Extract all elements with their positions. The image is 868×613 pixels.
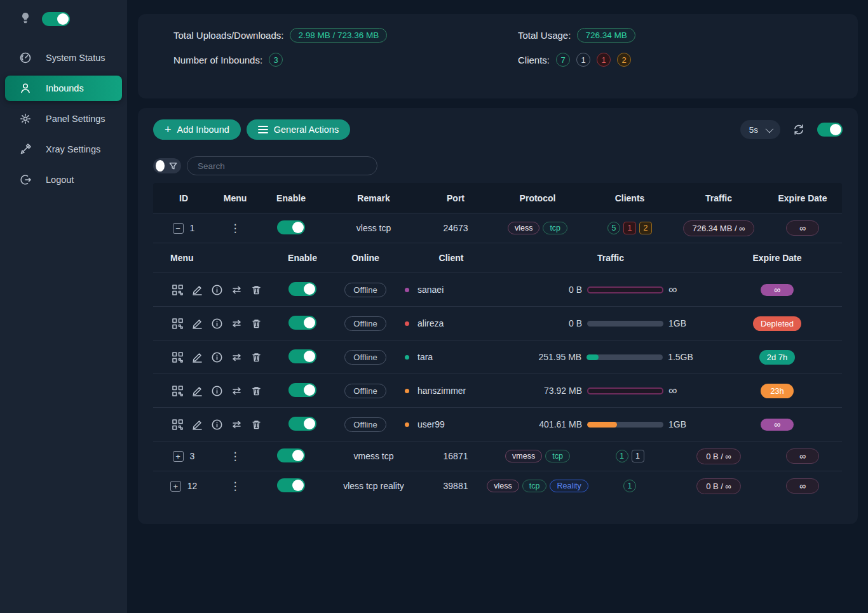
filter-toggle-knob	[156, 160, 165, 172]
reset-traffic-icon[interactable]	[229, 350, 243, 364]
refresh-icon[interactable]	[792, 123, 806, 137]
reset-traffic-icon[interactable]	[229, 283, 243, 297]
inbound-traffic-pill: 0 B / ∞	[696, 448, 741, 464]
protocol-badge: vmess	[505, 450, 542, 462]
client-row: Offline sanaei 0 B ∞ ∞	[153, 273, 842, 306]
clients-depleted-badge: 1	[597, 53, 611, 67]
table-row: − 1 ⋮ vless tcp 24673 vless tcp 5 1 2 72…	[153, 213, 842, 243]
sidebar-item-system-status[interactable]: System Status	[0, 45, 127, 71]
protocol-badge: tcp	[543, 222, 567, 234]
info-icon[interactable]	[210, 283, 224, 297]
delete-icon[interactable]	[249, 316, 263, 330]
client-enable-toggle[interactable]	[288, 282, 316, 296]
refresh-interval-select[interactable]: 5s	[740, 120, 780, 139]
sidebar-item-inbounds[interactable]: Inbounds	[5, 76, 122, 101]
inbound-port: 24673	[421, 223, 490, 233]
inbound-id: 3	[190, 451, 195, 461]
inbound-traffic-pill: 726.34 MB / ∞	[683, 220, 755, 236]
client-expire-badge: ∞	[761, 419, 794, 431]
client-enable-toggle[interactable]	[288, 349, 316, 363]
client-traffic-limit: ∞	[668, 286, 693, 293]
edit-icon[interactable]	[190, 384, 204, 398]
search-input[interactable]	[187, 156, 377, 175]
delete-icon[interactable]	[249, 384, 263, 398]
chevron-down-icon	[766, 125, 774, 133]
info-icon[interactable]	[210, 350, 224, 364]
col-header-menu: Menu	[214, 193, 256, 203]
client-traffic-limit: 1GB	[668, 318, 693, 328]
sub-col-menu: Menu	[153, 253, 268, 263]
plus-icon: +	[165, 124, 172, 135]
qr-code-icon[interactable]	[170, 350, 184, 364]
inbound-id: 12	[187, 481, 198, 491]
client-traffic-used: 251.95 MB	[528, 352, 581, 362]
client-enable-toggle[interactable]	[288, 417, 316, 431]
client-traffic-limit: ∞	[668, 387, 693, 394]
kebab-menu-icon[interactable]: ⋮	[230, 480, 241, 492]
expand-row-button[interactable]: +	[173, 451, 184, 462]
edit-icon[interactable]	[190, 417, 204, 431]
inbound-enable-toggle[interactable]	[277, 448, 305, 462]
client-name: alireza	[417, 318, 444, 328]
client-enable-toggle[interactable]	[288, 383, 316, 397]
client-traffic-bar	[587, 387, 663, 394]
kebab-menu-icon[interactable]: ⋮	[230, 450, 241, 462]
inbound-enable-toggle[interactable]	[277, 478, 305, 492]
protocol-badge: tcp	[522, 480, 547, 492]
client-color-dot	[405, 422, 409, 427]
sub-col-expire: Expire Date	[712, 253, 842, 263]
delete-icon[interactable]	[249, 350, 263, 364]
edit-icon[interactable]	[190, 316, 204, 330]
collapse-row-button[interactable]: −	[173, 223, 184, 234]
edit-icon[interactable]	[190, 350, 204, 364]
sidebar-item-label: Logout	[46, 175, 74, 185]
info-icon[interactable]	[210, 316, 224, 330]
info-icon[interactable]	[210, 384, 224, 398]
sub-col-client: Client	[393, 253, 509, 263]
delete-icon[interactable]	[249, 417, 263, 431]
kebab-menu-icon[interactable]: ⋮	[230, 222, 241, 234]
filter-toggle[interactable]	[153, 158, 181, 173]
inbound-remark: vless tcp	[326, 223, 421, 233]
client-row: Offline tara 251.95 MB 1.5GB 2d 7h	[153, 340, 842, 374]
logout-icon	[19, 173, 32, 186]
inbound-remark: vless tcp reality	[326, 481, 421, 491]
auto-refresh-toggle[interactable]	[817, 123, 843, 137]
edit-icon[interactable]	[190, 283, 204, 297]
client-enable-toggle[interactable]	[288, 316, 316, 330]
sidebar-item-logout[interactable]: Logout	[0, 167, 127, 192]
general-actions-button[interactable]: General Actions	[247, 119, 350, 140]
bulb-icon	[19, 11, 32, 26]
client-status-badge: Offline	[344, 417, 386, 432]
expand-row-button[interactable]: +	[170, 481, 181, 492]
add-inbound-button[interactable]: + Add Inbound	[153, 119, 241, 140]
filter-icon	[167, 159, 179, 173]
sidebar-item-label: Xray Settings	[46, 144, 100, 154]
client-expire-badge: 2d 7h	[759, 350, 796, 365]
table-row: + 3 ⋮ vmess tcp 16871 vmess tcp 1 1 0 B …	[153, 441, 842, 471]
reset-traffic-icon[interactable]	[229, 316, 243, 330]
sidebar-item-label: Panel Settings	[46, 114, 105, 124]
qr-code-icon[interactable]	[170, 384, 184, 398]
client-expire-badge: ∞	[761, 284, 794, 296]
qr-code-icon[interactable]	[170, 417, 184, 431]
col-header-port: Port	[421, 193, 490, 203]
reset-traffic-icon[interactable]	[229, 417, 243, 431]
inbound-port: 39881	[421, 481, 490, 491]
protocol-badge: Reality	[550, 480, 588, 492]
reset-traffic-icon[interactable]	[229, 384, 243, 398]
qr-code-icon[interactable]	[170, 316, 184, 330]
qr-code-icon[interactable]	[170, 283, 184, 297]
info-icon[interactable]	[210, 417, 224, 431]
inbound-expire-pill: ∞	[786, 220, 819, 236]
delete-icon[interactable]	[249, 283, 263, 297]
client-status-badge: Offline	[344, 316, 386, 331]
clients-count-label: Clients:	[518, 55, 550, 65]
client-row: Offline hanszimmer 73.92 MB ∞ 23h	[153, 374, 842, 407]
sidebar-item-panel-settings[interactable]: Panel Settings	[0, 106, 127, 131]
dark-mode-toggle[interactable]	[42, 12, 70, 26]
client-expire-badge: 23h	[761, 384, 794, 398]
client-traffic-used: 0 B	[529, 285, 582, 295]
inbound-enable-toggle[interactable]	[277, 220, 305, 234]
sidebar-item-xray-settings[interactable]: Xray Settings	[0, 137, 127, 162]
